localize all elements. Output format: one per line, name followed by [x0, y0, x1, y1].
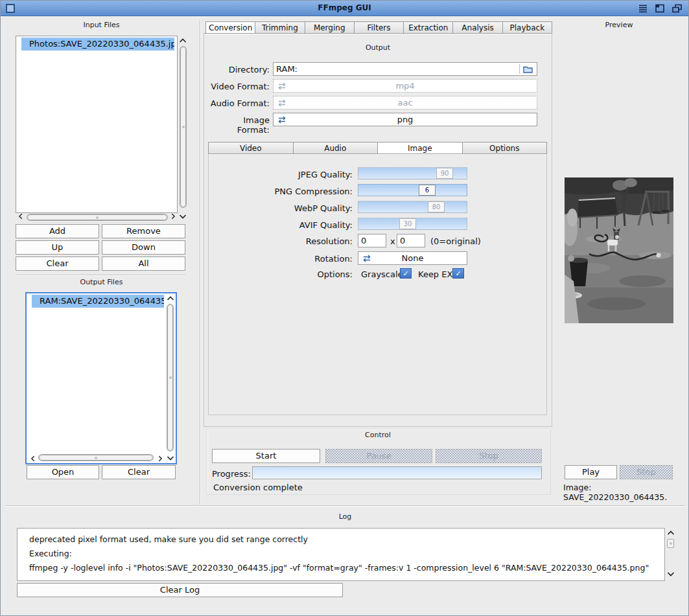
- stop-button: Stop: [436, 449, 542, 463]
- input-files-list[interactable]: Photos:SAVE_20220330_064435.jpg: [16, 36, 178, 213]
- cycle-icon: [277, 116, 286, 124]
- control-group-title: Control: [204, 431, 552, 439]
- remove-button[interactable]: Remove: [102, 224, 185, 238]
- avif-quality-slider: 30: [358, 218, 467, 230]
- image-format-label: Image Format:: [208, 115, 270, 135]
- progress-bar: [252, 466, 542, 479]
- cycle-icon: [362, 255, 371, 262]
- directory-label: Directory:: [208, 65, 270, 74]
- list-item[interactable]: RAM:SAVE_20220330_064435.png: [32, 295, 164, 308]
- scroll-down-icon[interactable]: [667, 571, 675, 577]
- slider-knob: 30: [399, 218, 416, 229]
- rotation-cycle[interactable]: None: [358, 251, 467, 265]
- media-tabbar: Video Audio Image Options: [208, 142, 547, 154]
- directory-value: RAM:: [276, 64, 298, 74]
- image-format-cycle[interactable]: png: [273, 113, 537, 126]
- left-divider: [16, 275, 185, 276]
- audio-format-cycle: aac: [273, 96, 537, 109]
- scroll-left-icon[interactable]: [29, 455, 37, 462]
- jpeg-quality-label: JPEG Quality:: [247, 170, 353, 179]
- all-button[interactable]: All: [102, 257, 185, 271]
- resolution-height-value: 0: [400, 236, 405, 245]
- log-title: Log: [1, 512, 689, 521]
- app-window: FFmpeg GUI Input Files Photos:SAVE_20220…: [0, 0, 689, 616]
- field-separator: [519, 64, 520, 74]
- add-button[interactable]: Add: [16, 224, 99, 238]
- panel-separator: [200, 20, 201, 505]
- log-separator: [6, 505, 684, 507]
- resolution-height-input[interactable]: 0: [397, 234, 425, 247]
- depth-gadget-icon[interactable]: [672, 4, 682, 13]
- webp-quality-slider: 80: [358, 201, 467, 213]
- resolution-width-input[interactable]: 0: [358, 234, 386, 247]
- scroll-right-icon[interactable]: [169, 213, 177, 220]
- preview-stop-button: Stop: [620, 465, 673, 479]
- scroll-down-icon[interactable]: [179, 213, 187, 220]
- scroll-up-icon[interactable]: [179, 38, 187, 44]
- cycle-icon: [277, 82, 286, 90]
- rotation-label: Rotation:: [247, 254, 353, 264]
- output-files-label: Output Files: [6, 278, 197, 286]
- png-compression-label: PNG Compression:: [247, 187, 353, 196]
- slider-knob: 80: [428, 201, 445, 212]
- log-line: deprecated pixel format used, make sure …: [18, 532, 664, 547]
- video-format-cycle: mp4: [273, 79, 537, 93]
- output-hscrollbar[interactable]: [38, 454, 154, 461]
- output-group-title: Output: [204, 43, 552, 52]
- menu-icon[interactable]: [638, 4, 648, 13]
- scroll-right-icon[interactable]: [156, 455, 164, 462]
- tab-conversion[interactable]: Conversion: [205, 21, 255, 34]
- tab-audio[interactable]: Audio: [294, 142, 379, 154]
- clear-log-button[interactable]: Clear Log: [17, 583, 343, 597]
- down-button[interactable]: Down: [102, 240, 185, 255]
- log-list[interactable]: deprecated pixel format used, make sure …: [17, 528, 665, 581]
- scroll-left-icon[interactable]: [17, 213, 25, 220]
- log-vscrollbar[interactable]: [667, 539, 674, 548]
- zoom-gadget-icon[interactable]: [655, 4, 664, 13]
- scroll-up-icon[interactable]: [167, 295, 174, 302]
- tab-filters[interactable]: Filters: [355, 21, 404, 34]
- resolution-times-label: x: [390, 236, 395, 246]
- start-button[interactable]: Start: [212, 449, 320, 463]
- image-format-value: png: [286, 115, 524, 124]
- tab-extraction[interactable]: Extraction: [404, 21, 453, 34]
- rotation-value: None: [371, 253, 454, 263]
- resolution-hint: (0=original): [430, 236, 481, 246]
- tab-merging[interactable]: Merging: [305, 21, 355, 34]
- tab-options[interactable]: Options: [463, 142, 548, 154]
- play-button[interactable]: Play: [565, 465, 617, 479]
- directory-input[interactable]: RAM:: [273, 62, 537, 76]
- grayscale-checkbox[interactable]: ✓: [400, 268, 412, 279]
- list-item[interactable]: Photos:SAVE_20220330_064435.jpg: [21, 38, 174, 51]
- cycle-icon: [277, 99, 286, 107]
- slider-knob[interactable]: 6: [419, 185, 436, 196]
- webp-quality-label: WebP Quality:: [247, 203, 353, 213]
- progress-label: Progress:: [212, 469, 250, 479]
- preview-caption: Image: SAVE_20220330_064435.: [563, 483, 688, 502]
- keep-exif-checkbox[interactable]: ✓: [452, 268, 464, 279]
- video-format-value: mp4: [286, 81, 524, 91]
- input-hscrollbar[interactable]: [27, 214, 168, 221]
- up-button[interactable]: Up: [16, 240, 99, 255]
- clear-output-button[interactable]: Clear: [102, 465, 176, 479]
- status-text: Conversion complete: [213, 483, 303, 492]
- output-files-list[interactable]: RAM:SAVE_20220330_064435.png: [25, 292, 177, 464]
- tab-trimming[interactable]: Trimming: [255, 21, 305, 34]
- scroll-up-icon[interactable]: [667, 530, 675, 536]
- input-vscrollbar[interactable]: [180, 46, 187, 208]
- open-button[interactable]: Open: [27, 465, 99, 479]
- png-compression-slider[interactable]: 6: [358, 184, 467, 196]
- resolution-width-value: 0: [361, 236, 366, 245]
- main-tabbar: Conversion Trimming Merging Filters Extr…: [205, 21, 552, 34]
- folder-icon[interactable]: [523, 65, 533, 73]
- tab-playback[interactable]: Playback: [503, 21, 552, 34]
- preview-title: Preview: [557, 21, 681, 29]
- checkmark-icon: ✓: [455, 269, 461, 278]
- tab-video[interactable]: Video: [208, 142, 294, 154]
- clear-input-button[interactable]: Clear: [16, 257, 99, 271]
- output-vscrollbar[interactable]: [167, 304, 174, 451]
- tab-analysis[interactable]: Analysis: [453, 21, 502, 34]
- scroll-down-icon[interactable]: [167, 455, 174, 461]
- tab-image[interactable]: Image: [378, 142, 463, 154]
- jpeg-quality-slider: 90: [358, 167, 467, 179]
